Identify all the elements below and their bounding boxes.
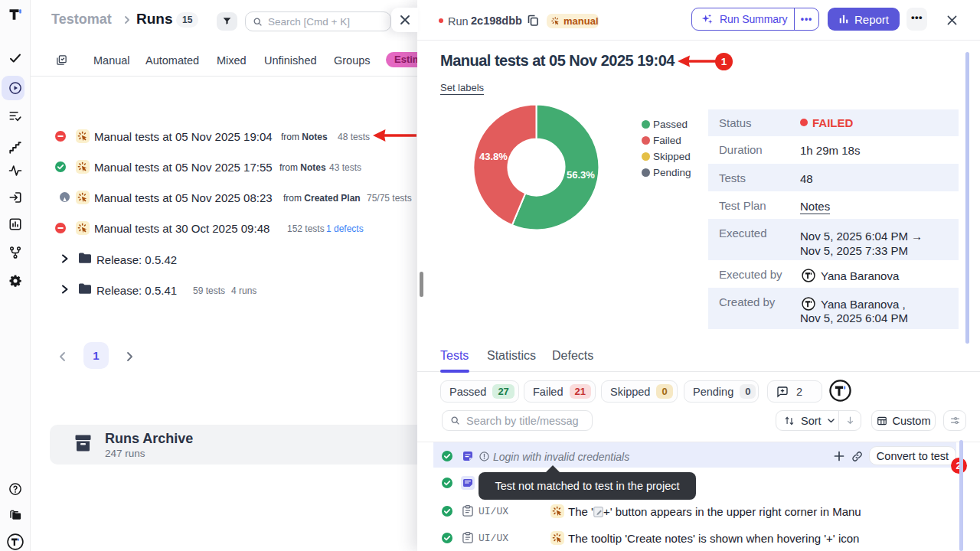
svg-text:43.8%: 43.8% <box>479 151 508 162</box>
svg-text:56.3%: 56.3% <box>567 169 595 181</box>
